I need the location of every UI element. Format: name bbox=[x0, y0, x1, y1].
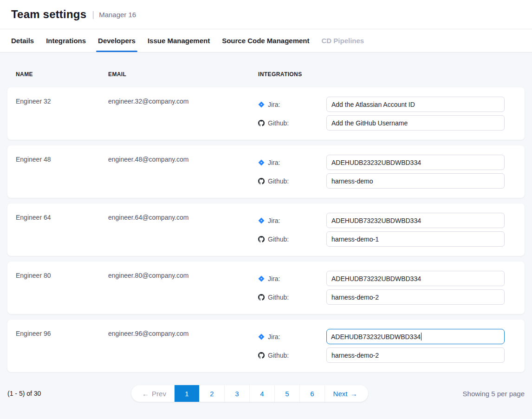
github-input[interactable] bbox=[326, 231, 505, 247]
jira-integration-line: Jira: bbox=[258, 97, 525, 112]
title-separator: | bbox=[92, 9, 94, 20]
pager: ← Prev 1 2 3 4 5 6 Next → bbox=[131, 385, 368, 402]
jira-input[interactable] bbox=[326, 271, 505, 286]
github-integration-line: Github: bbox=[258, 347, 525, 363]
developers-panel: NAME EMAIL INTEGRATIONS Engineer 32 engi… bbox=[0, 52, 532, 419]
jira-integration-line: Jira: bbox=[258, 213, 525, 228]
github-label: Github: bbox=[268, 177, 289, 185]
text-caret bbox=[421, 333, 422, 340]
pagination-summary: (1 - 5) of 30 bbox=[7, 390, 41, 397]
github-mark-icon bbox=[258, 294, 265, 301]
prev-label: Prev bbox=[152, 390, 166, 398]
github-label-wrap: Github: bbox=[258, 236, 326, 243]
jira-integration-line: Jira: bbox=[258, 271, 525, 286]
github-mark-icon bbox=[258, 178, 265, 184]
page-button-1[interactable]: 1 bbox=[175, 385, 200, 402]
jira-label: Jira: bbox=[268, 101, 280, 108]
jira-integration-line: Jira: bbox=[258, 155, 525, 170]
next-page-button[interactable]: Next → bbox=[325, 385, 368, 402]
github-label-wrap: Github: bbox=[258, 119, 326, 127]
jira-label: Jira: bbox=[268, 275, 280, 282]
jira-diamond-icon bbox=[258, 334, 265, 340]
github-label: Github: bbox=[268, 294, 289, 301]
developer-name: Engineer 64 bbox=[7, 203, 108, 221]
page-button-2[interactable]: 2 bbox=[200, 385, 225, 402]
jira-input[interactable] bbox=[326, 97, 505, 112]
page-button-3[interactable]: 3 bbox=[225, 385, 250, 402]
jira-diamond-icon bbox=[258, 275, 265, 282]
tab-integrations[interactable]: Integrations bbox=[46, 29, 86, 52]
left-arrow-icon: ← bbox=[142, 390, 149, 398]
jira-input-value: ADEHUDB73232UBDWBD334 bbox=[331, 333, 421, 340]
github-input[interactable] bbox=[326, 289, 505, 305]
github-integration-line: Github: bbox=[258, 173, 525, 189]
page-subtitle: Manager 16 bbox=[99, 11, 136, 19]
github-mark-icon bbox=[258, 120, 265, 126]
github-integration-line: Github: bbox=[258, 231, 525, 247]
pagination-bar: (1 - 5) of 30 ← Prev 1 2 3 4 5 6 Next → … bbox=[7, 385, 525, 402]
jira-label-wrap: Jira: bbox=[258, 217, 326, 224]
developer-email: engineer.80@company.com bbox=[108, 262, 258, 279]
jira-input[interactable] bbox=[326, 213, 505, 228]
column-header-email: EMAIL bbox=[108, 71, 258, 78]
page-button-6[interactable]: 6 bbox=[300, 385, 325, 402]
table-header-row: NAME EMAIL INTEGRATIONS bbox=[7, 52, 525, 87]
table-row: Engineer 96 engineer.96@company.com Jira… bbox=[7, 320, 525, 372]
jira-label-wrap: Jira: bbox=[258, 275, 326, 282]
page-button-5[interactable]: 5 bbox=[275, 385, 300, 402]
tab-source-code-management[interactable]: Source Code Management bbox=[222, 29, 309, 52]
table-row: Engineer 64 engineer.64@company.com Jira… bbox=[7, 203, 525, 256]
jira-input-focused[interactable]: ADEHUDB73232UBDWBD334 bbox=[326, 329, 505, 344]
developer-email: engineer.96@company.com bbox=[108, 320, 258, 337]
github-label-wrap: Github: bbox=[258, 177, 326, 185]
github-label: Github: bbox=[268, 119, 289, 127]
column-header-integrations: INTEGRATIONS bbox=[258, 71, 525, 78]
tab-details[interactable]: Details bbox=[11, 29, 34, 52]
jira-label: Jira: bbox=[268, 333, 280, 340]
github-label-wrap: Github: bbox=[258, 352, 326, 359]
jira-diamond-icon bbox=[258, 159, 265, 166]
jira-label-wrap: Jira: bbox=[258, 101, 326, 108]
tab-issue-management[interactable]: Issue Management bbox=[148, 29, 210, 52]
next-label: Next bbox=[333, 390, 348, 398]
per-page-indicator: Showing 5 per page bbox=[463, 390, 525, 398]
github-input[interactable] bbox=[326, 347, 505, 363]
developer-name: Engineer 80 bbox=[7, 262, 108, 279]
jira-label: Jira: bbox=[268, 159, 280, 166]
developer-name: Engineer 48 bbox=[7, 145, 108, 163]
developer-name: Engineer 32 bbox=[7, 87, 108, 105]
table-row: Engineer 80 engineer.80@company.com Jira… bbox=[7, 262, 525, 314]
github-mark-icon bbox=[258, 236, 265, 242]
developer-integrations: Jira: Github: bbox=[258, 203, 525, 247]
developer-email: engineer.48@company.com bbox=[108, 145, 258, 163]
github-label: Github: bbox=[268, 352, 289, 359]
developer-integrations: Jira: ADEHUDB73232UBDWBD334 Github: bbox=[258, 320, 525, 363]
developer-integrations: Jira: Github: bbox=[258, 262, 525, 305]
jira-label-wrap: Jira: bbox=[258, 159, 326, 166]
developer-email: engineer.32@company.com bbox=[108, 87, 258, 105]
jira-input[interactable] bbox=[326, 155, 505, 170]
developer-integrations: Jira: Github: bbox=[258, 87, 525, 131]
developer-name: Engineer 96 bbox=[7, 320, 108, 337]
developer-email: engineer.64@company.com bbox=[108, 203, 258, 221]
table-row: Engineer 32 engineer.32@company.com Jira… bbox=[7, 87, 525, 140]
tab-bar: Details Integrations Developers Issue Ma… bbox=[0, 29, 532, 52]
github-integration-line: Github: bbox=[258, 289, 525, 305]
jira-diamond-icon bbox=[258, 217, 265, 224]
tab-developers[interactable]: Developers bbox=[98, 29, 136, 52]
column-header-name: NAME bbox=[7, 71, 108, 78]
github-input[interactable] bbox=[326, 115, 505, 131]
prev-page-button[interactable]: ← Prev bbox=[131, 385, 175, 402]
developer-integrations: Jira: Github: bbox=[258, 145, 525, 189]
github-label: Github: bbox=[268, 236, 289, 243]
github-input[interactable] bbox=[326, 173, 505, 189]
table-row: Engineer 48 engineer.48@company.com Jira… bbox=[7, 145, 525, 198]
github-mark-icon bbox=[258, 352, 265, 359]
page-title: Team settings bbox=[11, 8, 86, 21]
jira-label: Jira: bbox=[268, 217, 280, 224]
github-label-wrap: Github: bbox=[258, 294, 326, 301]
right-arrow-icon: → bbox=[350, 390, 357, 398]
github-integration-line: Github: bbox=[258, 115, 525, 131]
jira-diamond-icon bbox=[258, 101, 265, 108]
page-button-4[interactable]: 4 bbox=[250, 385, 275, 402]
